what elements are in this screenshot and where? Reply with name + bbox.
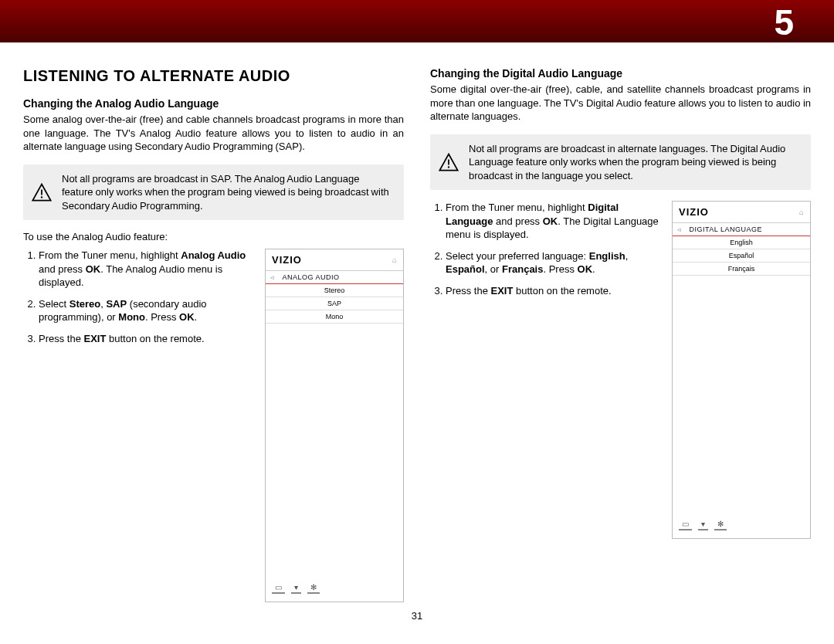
tv-options-list: English Español Français [673,236,810,515]
tv-option-stereo: Stereo [266,284,403,297]
tv-spacer [673,276,810,515]
analog-note-text: Not all programs are broadcast in SAP. T… [62,172,393,213]
analog-tv-screenshot: VIZIO ⌂ ANALOG AUDIO Stereo SAP Mono ▭ ▾… [265,249,404,602]
page-number: 31 [0,610,834,622]
warning-icon [31,181,53,203]
svg-point-3 [448,166,449,168]
vizio-logo: VIZIO [679,206,709,218]
digital-step-2: Select your preferred language: English,… [446,249,661,276]
main-title: LISTENING TO ALTERNATE AUDIO [23,67,404,85]
tv-option-espanol: Español [673,249,810,263]
warning-icon [438,151,459,173]
digital-step-3: Press the EXIT button on the remote. [446,284,661,298]
tv-option-mono: Mono [266,310,403,324]
analog-steps-wrap: From the Tuner menu, highlight Analog Au… [23,249,404,602]
analog-step-2: Select Stereo, SAP (secondary audio prog… [39,297,254,324]
content-columns: LISTENING TO ALTERNATE AUDIO Changing th… [0,42,834,610]
analog-list-intro: To use the Analog Audio feature: [23,231,404,242]
tv-spacer [266,324,403,578]
digital-note-text: Not all programs are broadcast in altern… [469,142,800,183]
analog-step-3: Press the EXIT button on the remote. [39,332,254,346]
tv-section-label: DIGITAL LANGUAGE [690,225,763,233]
tv-option-francais: Français [673,263,810,276]
tv-section-title: ANALOG AUDIO [266,271,403,284]
chapter-number: 5 [774,2,794,43]
tv-section-label: ANALOG AUDIO [283,273,340,281]
page-header: 5 [0,0,834,42]
digital-steps: From the Tuner menu, highlight Digital L… [430,201,661,305]
analog-note: Not all programs are broadcast in SAP. T… [23,164,404,221]
right-column: Changing the Digital Audio Language Some… [430,67,811,602]
home-icon: ⌂ [392,256,397,264]
back-icon [270,273,278,281]
tv-options-list: Stereo SAP Mono [266,284,403,578]
tv-header: VIZIO ⌂ [673,202,810,223]
analog-steps: From the Tuner menu, highlight Analog Au… [23,249,254,353]
digital-step-1: From the Tuner menu, highlight Digital L… [446,201,661,242]
digital-tv-screenshot: VIZIO ⌂ DIGITAL LANGUAGE English Español… [672,201,811,539]
tv-screen-icon: ▭ [679,520,692,530]
vizio-logo: VIZIO [272,254,302,266]
analog-step-1: From the Tuner menu, highlight Analog Au… [39,249,254,290]
tv-section-title: DIGITAL LANGUAGE [673,223,810,236]
tv-v-icon: ▾ [698,520,708,530]
left-column: LISTENING TO ALTERNATE AUDIO Changing th… [23,67,404,602]
svg-point-1 [41,196,42,198]
tv-gear-icon: ✻ [714,520,727,530]
digital-subtitle: Changing the Digital Audio Language [430,67,811,80]
tv-footer: ▭ ▾ ✻ [673,515,810,538]
tv-gear-icon: ✻ [307,583,320,594]
digital-note: Not all programs are broadcast in altern… [430,134,811,191]
digital-paragraph: Some digital over-the-air (free), cable,… [430,83,811,124]
tv-footer: ▭ ▾ ✻ [266,578,403,602]
digital-steps-wrap: From the Tuner menu, highlight Digital L… [430,201,811,539]
analog-paragraph: Some analog over-the-air (free) and cabl… [23,113,404,154]
tv-header: VIZIO ⌂ [266,249,403,271]
analog-subtitle: Changing the Analog Audio Language [23,97,404,110]
tv-option-sap: SAP [266,297,403,310]
tv-v-icon: ▾ [291,583,301,594]
back-icon [677,225,685,233]
tv-screen-icon: ▭ [272,583,285,594]
tv-option-english: English [673,236,810,249]
home-icon: ⌂ [799,208,804,216]
